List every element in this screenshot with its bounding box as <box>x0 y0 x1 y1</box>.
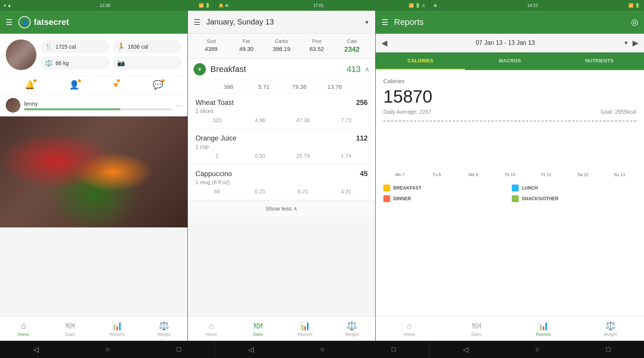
back-button[interactable]: ◁ <box>33 345 39 354</box>
lunch-color-swatch <box>512 185 519 191</box>
cappuccino-item[interactable]: Cappuccino 45 1 mug (8 fl oz) 66 0.25 6.… <box>188 165 375 200</box>
date-range-label: 07 Jan 13 - 13 Jan 13 <box>391 39 619 46</box>
food-desc: 1 cup <box>196 144 368 150</box>
more-options-icon[interactable]: ··· <box>176 101 182 110</box>
breakfast-color-swatch <box>383 185 390 191</box>
add-food-button[interactable]: + <box>194 63 206 75</box>
menu-icon[interactable]: ☰ <box>6 18 13 27</box>
feed-avatar[interactable] <box>6 98 20 113</box>
feed-progress-bar <box>24 108 172 110</box>
camera-stat[interactable]: 📷 <box>113 56 182 70</box>
legend-lunch: LUNCH <box>512 185 636 191</box>
page-title: Reports <box>394 17 631 27</box>
tab-macros[interactable]: MACROS <box>465 52 554 70</box>
macro-sod: Sod 4389 <box>194 38 229 54</box>
breakfast-header: + Breakfast 413 ∧ <box>188 59 375 80</box>
tab-nutrients[interactable]: NUTRIENTS <box>555 52 644 70</box>
nav-diary[interactable]: 🍽 Diary <box>235 317 281 341</box>
notif-dot <box>78 79 81 82</box>
status-bars: ▾ ▲ 12:30 📶 🔋 🔔 ⊗ 17:01 📶 🔋 ⚠ ⊗ 14:23 📶 … <box>0 0 644 11</box>
snacks-color-swatch <box>512 195 519 202</box>
nav-home[interactable]: ⌂ Home <box>0 317 47 341</box>
bar-day-label: We 9 <box>468 172 478 177</box>
report-tabs: CALORIES MACROS NUTRIENTS <box>376 52 644 70</box>
nav-diary[interactable]: 🍽 Diary <box>443 317 510 341</box>
phone3-header: ☰ Reports ◎ <box>376 11 644 34</box>
nav-reports[interactable]: 📊 Reports <box>94 317 141 341</box>
tab-calories[interactable]: CALORIES <box>376 52 465 70</box>
nav-diary[interactable]: 🍽 Diary <box>47 317 94 341</box>
macro-fat: Fat 49.30 <box>229 38 264 54</box>
target-icon[interactable]: ◎ <box>631 17 638 27</box>
calories-burned[interactable]: 🏃 1836 cal <box>113 40 182 53</box>
app-logo: 👤 fatsecret <box>18 16 69 28</box>
date-dropdown-arrow[interactable]: ▼ <box>364 19 370 25</box>
reports-icon: 📊 <box>112 321 122 331</box>
feed-username: lenny <box>24 100 172 107</box>
nav-weight[interactable]: ⚖️ Weight <box>329 317 375 341</box>
food-desc: 2 slices <box>196 108 368 114</box>
orange-juice-item[interactable]: Orange Juice 112 1 cup 2 0.50 25.79 1.74 <box>188 129 375 165</box>
food-desc: 1 mug (8 fl oz) <box>196 179 368 185</box>
camera-icon: 📷 <box>117 59 125 67</box>
android-nav-2: ◁ ○ □ <box>215 341 429 358</box>
chart-bar-group: Su 13 <box>603 171 636 177</box>
back-button[interactable]: ◁ <box>463 345 468 354</box>
food-photo <box>0 116 187 227</box>
feed-food-image[interactable] <box>0 116 187 227</box>
calories-total: 15870 <box>383 86 636 107</box>
menu-icon[interactable]: ☰ <box>381 18 388 27</box>
expand-icon[interactable]: ∧ <box>365 65 370 74</box>
bar-day-label: Th 10 <box>504 172 515 177</box>
chart-bar-group: We 9 <box>457 171 490 177</box>
calories-consumed[interactable]: 🍴 1725 cal <box>40 40 110 53</box>
home-button[interactable]: ○ <box>106 345 110 353</box>
show-less-button[interactable]: Show less ∧ <box>188 200 375 217</box>
menu-icon[interactable]: ☰ <box>194 18 200 27</box>
food-macro-values: 320 4.96 47.38 7.73 <box>196 117 368 123</box>
reports-icon: 📊 <box>300 321 310 331</box>
friends-notification[interactable]: 👤 <box>69 80 79 90</box>
bell-notification[interactable]: 🔔 <box>25 80 35 90</box>
home-button[interactable]: ○ <box>320 345 325 353</box>
nav-reports[interactable]: 📊 Reports <box>510 317 577 341</box>
avatar-image <box>6 39 36 70</box>
recents-button[interactable]: □ <box>177 345 181 353</box>
nav-reports[interactable]: 📊 Reports <box>282 317 329 341</box>
home-button[interactable]: ○ <box>535 345 539 353</box>
daily-avg: Daily Average: 2267 <box>383 109 431 115</box>
next-date-button[interactable]: ▶ <box>632 38 638 47</box>
feed-section: lenny ··· <box>0 94 187 316</box>
logo-circle: 👤 <box>18 16 31 28</box>
nav-weight[interactable]: ⚖️ Weight <box>577 317 644 341</box>
status-bar-3: ⊗ 14:23 📶 🔋 <box>430 0 644 11</box>
nav-weight[interactable]: ⚖️ Weight <box>141 317 187 341</box>
profile-section: 🍴 1725 cal 🏃 1836 cal ⚖️ 66 kg 📷 <box>0 34 187 76</box>
legend-breakfast: BREAKFAST <box>383 185 508 191</box>
recents-button[interactable]: □ <box>391 345 396 353</box>
nav-home[interactable]: ⌂ Home <box>376 317 443 341</box>
phone3-bottom-nav: ⌂ Home 🍽 Diary 📊 Reports ⚖️ Weight <box>376 316 644 341</box>
chart-bar-group: Fr 11 <box>530 171 563 177</box>
weight-stat[interactable]: ⚖️ 66 kg <box>40 56 110 70</box>
avatar[interactable] <box>6 39 36 70</box>
recents-button[interactable]: □ <box>606 345 611 353</box>
progress-fill <box>24 108 120 110</box>
heart-notification[interactable]: ♥ <box>113 80 118 90</box>
wheat-toast-item[interactable]: Wheat Toast 256 2 slices 320 4.96 47.38 … <box>188 93 375 129</box>
back-button[interactable]: ◁ <box>248 345 254 354</box>
legend-dinner: DINNER <box>383 195 508 202</box>
chat-notification[interactable]: 💬 <box>153 80 163 90</box>
report-content: Calories 15870 Daily Average: 2267 Goal:… <box>376 70 644 316</box>
notif-dot <box>117 79 120 82</box>
notif-dot <box>33 79 36 82</box>
nav-home[interactable]: ⌂ Home <box>188 317 235 341</box>
prev-date-button[interactable]: ◀ <box>381 38 387 47</box>
android-nav-1: ◁ ○ □ <box>0 341 215 358</box>
home-icon: ⌂ <box>209 321 214 331</box>
bar-day-label: Tu 8 <box>432 172 441 177</box>
breakfast-macros-row: 388 5.71 79.38 13.78 <box>188 80 375 93</box>
date-dropdown-arrow[interactable]: ▼ <box>623 40 629 46</box>
weight-icon: ⚖️ <box>159 321 169 331</box>
macro-cals: Cals 2342 <box>334 38 370 54</box>
